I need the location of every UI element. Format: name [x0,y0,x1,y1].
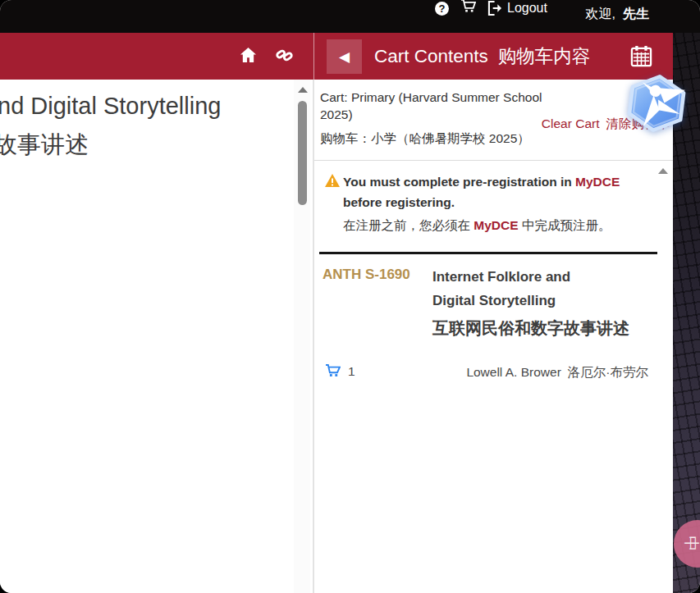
link-icon[interactable] [275,46,294,67]
mydce-link-zh[interactable]: MyDCE [474,218,518,232]
seat-count: 1 [348,364,355,379]
instructor-name: Lowell A. Brower洛厄尔·布劳尔 [466,364,648,381]
top-utility-bar: ? Logout 欢迎,先生 [0,0,700,33]
page-title-zh: 购物车内容 [498,43,591,69]
page-title: Cart Contents 购物车内容 [374,33,590,80]
left-scrollbar-up-arrow[interactable] [298,87,308,93]
welcome-name: 先生 [623,7,649,21]
utility-icon-group: ? Logout [435,0,547,18]
course-page-heading-en: nd Digital Storytelling [0,93,221,120]
logout-button[interactable]: Logout [487,1,547,16]
warning-en-text: You must complete pre-registration in [343,175,575,189]
left-scrollbar-thumb[interactable] [298,101,307,205]
cart-header-separator [314,160,673,161]
cart-name-zh: 购物车：小学（哈佛暑期学校 2025） [320,130,530,148]
header-left-icons [240,33,294,80]
instructor-name-en: Lowell A. Brower [466,365,560,379]
cart-panel: Cart: Primary (Harvard Summer School 202… [314,80,673,593]
warning-zh-text-after: 中完成预注册。 [519,218,611,232]
home-icon[interactable] [240,47,257,66]
warning-message-en: You must complete pre-registration in My… [343,171,632,212]
right-scrollbar-up-arrow[interactable] [658,168,668,174]
in-cart-icon [325,364,341,381]
course-title-en[interactable]: Internet Folklore and Digital Storytelli… [432,265,610,312]
page-header: ◀ Cart Contents 购物车内容 [0,33,673,80]
mydce-link-en[interactable]: MyDCE [575,175,620,189]
logout-icon [487,1,503,16]
translate-language-label: 中 [679,536,700,552]
header-divider [313,33,314,80]
calendar-icon[interactable] [630,45,652,71]
course-page-panel: nd Digital Storytelling 故事讲述 [0,80,313,593]
cart-icon[interactable] [460,0,476,17]
warning-icon [325,174,340,190]
course-list-separator [319,252,657,254]
course-code[interactable]: ANTH S-1690 [323,267,410,283]
clear-cart-label-en: Clear Cart [542,116,600,130]
page-title-en: Cart Contents [374,46,488,67]
warning-zh-text: 在注册之前，您必须在 [343,218,474,232]
warning-message-zh: 在注册之前，您必须在 MyDCE 中完成预注册。 [343,216,638,235]
course-title-zh: 互联网民俗和数字故事讲述 [432,317,629,340]
cart-name-en: Cart: Primary (Harvard Summer School 202… [320,89,550,123]
warning-en-text-after: before registering. [343,195,455,209]
welcome-prefix: 欢迎, [586,7,615,21]
course-page-heading-zh: 故事讲述 [0,129,89,162]
logout-label: Logout [507,1,547,16]
back-button[interactable]: ◀ [327,39,362,74]
instructor-name-zh: 洛厄尔·布劳尔 [568,365,648,379]
panel-separator [313,80,314,593]
translate-plugin-icon[interactable] [624,74,689,133]
help-icon[interactable]: ? [435,2,449,16]
back-arrow-icon: ◀ [339,48,350,66]
welcome-text: 欢迎,先生 [586,6,649,23]
browser-window: ? Logout 欢迎,先生 ◀ Cart Conte [0,0,700,593]
